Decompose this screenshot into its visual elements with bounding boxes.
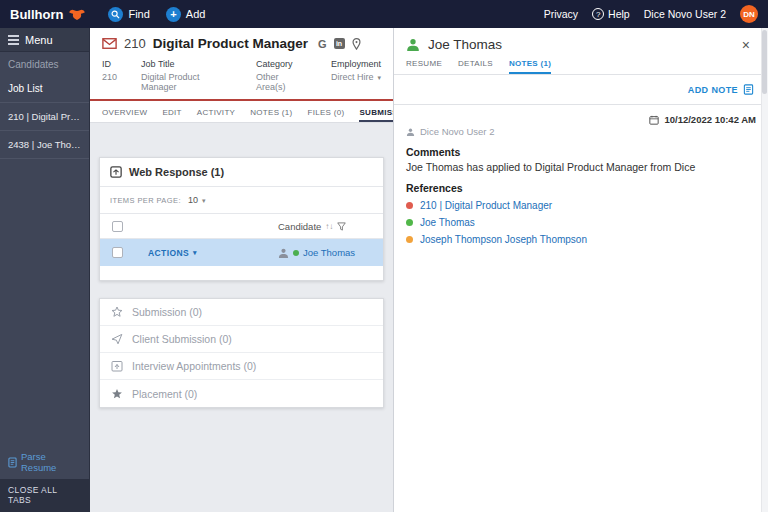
chevron-down-icon: ▾ <box>193 249 197 256</box>
avatar[interactable]: DN <box>740 5 758 23</box>
brand-wordmark: Bullhorn <box>10 7 63 22</box>
field-employment-value: Direct Hire <box>331 72 374 82</box>
user-menu[interactable]: Dice Novo User 2 <box>644 8 726 20</box>
row-checkbox[interactable] <box>112 247 123 258</box>
web-response-card: Web Response (1) ITEMS PER PAGE: 10 ▾ <box>99 157 384 281</box>
header-checkbox-cell <box>100 221 134 232</box>
contact-status-dot <box>406 236 413 243</box>
section-client-submission[interactable]: Client Submission (0) <box>100 326 383 353</box>
tab-overview[interactable]: OVERVIEW <box>102 108 147 122</box>
add-button[interactable]: + Add <box>166 7 206 22</box>
tab-person-notes[interactable]: NOTES (1) <box>509 59 551 74</box>
menu-button[interactable]: Menu <box>0 28 89 52</box>
web-response-header: Web Response (1) <box>100 158 383 187</box>
table-header-row: Candidate ↑↓ <box>100 214 383 239</box>
job-record-icon <box>102 38 117 49</box>
sidebar-open-tabs: 210 | Digital Product M... 2438 | Joe Th… <box>0 102 89 159</box>
privacy-link[interactable]: Privacy <box>544 8 578 20</box>
reference-contact-link[interactable]: Joseph Thompson Joseph Thompson <box>406 234 756 245</box>
row-candidate-cell: Joe Thomas <box>278 247 383 258</box>
candidate-link[interactable]: Joe Thomas <box>303 247 355 258</box>
section-placement[interactable]: Placement (0) <box>100 380 383 407</box>
items-per-page-select[interactable]: 10 ▾ <box>188 195 206 205</box>
field-category-label: Category <box>256 59 307 69</box>
items-per-page-label: ITEMS PER PAGE: <box>110 196 181 205</box>
job-header: 210 Digital Product Manager G in ID 210 <box>90 28 393 101</box>
field-employment-select[interactable]: Direct Hire ▾ <box>331 72 381 82</box>
row-main-cell: ACTIONS ▾ <box>134 248 278 258</box>
bullhorn-app: Bullhorn Find + Add Privacy ? Help Dice … <box>0 0 768 512</box>
linkedin-icon[interactable]: in <box>334 38 345 49</box>
field-employment: Employment Direct Hire ▾ <box>331 59 381 92</box>
section-interview-appointments[interactable]: Interview Appointments (0) <box>100 353 383 380</box>
status-dot <box>293 250 299 256</box>
sort-icon[interactable]: ↑↓ <box>325 222 333 231</box>
comments-text: Joe Thomas has applied to Digital Produc… <box>406 161 756 173</box>
location-pin-icon[interactable] <box>352 38 361 50</box>
reference-job-link[interactable]: 210 | Digital Product Manager <box>406 200 756 211</box>
tab-notes[interactable]: NOTES (1) <box>250 108 292 122</box>
candidate-icon <box>278 248 289 258</box>
candidate-status-dot <box>406 219 413 226</box>
help-button[interactable]: ? Help <box>592 8 630 20</box>
calendar-icon <box>649 115 659 125</box>
bullhorn-logo[interactable]: Bullhorn <box>10 7 86 22</box>
bullhorn-bull-icon <box>68 8 86 21</box>
sidebar-item-job-list[interactable]: Job List <box>0 76 89 100</box>
actions-menu-button[interactable]: ACTIONS ▾ <box>148 248 197 258</box>
section-placement-label: Placement (0) <box>132 388 197 400</box>
send-icon <box>111 333 123 345</box>
field-category: Category Other Area(s) <box>256 59 307 92</box>
field-job-title-label: Job Title <box>141 59 232 69</box>
table-footer-pad <box>100 266 383 280</box>
table-row[interactable]: ACTIONS ▾ Joe Thomas <box>100 239 383 266</box>
scrollbar[interactable] <box>761 28 768 512</box>
note-doc-icon <box>743 84 754 95</box>
section-submission-label: Submission (0) <box>132 306 202 318</box>
field-employment-label: Employment <box>331 59 381 69</box>
google-search-icon[interactable]: G <box>318 38 327 50</box>
person-header: Joe Thomas × <box>394 28 768 59</box>
parse-resume-label: Parse Resume <box>21 451 81 473</box>
sidebar-spacer <box>0 159 89 445</box>
close-icon[interactable]: × <box>736 38 756 52</box>
note-author: Dice Novo User 2 <box>420 126 494 137</box>
author-person-icon <box>406 128 415 136</box>
tab-details[interactable]: DETAILS <box>458 59 493 74</box>
section-submission[interactable]: Submission (0) <box>100 299 383 326</box>
select-all-checkbox[interactable] <box>112 221 123 232</box>
reference-candidate-label: Joe Thomas <box>420 217 475 228</box>
candidate-column-header[interactable]: Candidate ↑↓ <box>278 221 383 232</box>
section-client-submission-label: Client Submission (0) <box>132 333 232 345</box>
sidebar-tab-candidate-2438[interactable]: 2438 | Joe Thomas <box>0 131 89 159</box>
find-button[interactable]: Find <box>108 7 149 22</box>
parse-resume-icon <box>8 457 17 468</box>
app-body: Menu Candidates Job List 210 | Digital P… <box>0 28 768 512</box>
add-label: Add <box>186 8 206 20</box>
sidebar-tab-job-210[interactable]: 210 | Digital Product M... <box>0 103 89 131</box>
star-filled-icon <box>111 388 123 400</box>
submissions-content: Web Response (1) ITEMS PER PAGE: 10 ▾ <box>90 123 393 512</box>
sidebar: Menu Candidates Job List 210 | Digital P… <box>0 28 90 512</box>
person-tabs: RESUME DETAILS NOTES (1) <box>394 59 768 75</box>
add-note-label: ADD NOTE <box>688 85 738 95</box>
reference-candidate-link[interactable]: Joe Thomas <box>406 217 756 228</box>
plus-icon: + <box>166 7 181 22</box>
tab-resume[interactable]: RESUME <box>406 59 442 74</box>
actions-label: ACTIONS <box>148 248 189 258</box>
add-note-button[interactable]: ADD NOTE <box>688 84 754 95</box>
topbar-right: Privacy ? Help Dice Novo User 2 DN <box>544 5 758 23</box>
tab-files[interactable]: FILES (0) <box>307 108 344 122</box>
tab-edit[interactable]: EDIT <box>162 108 181 122</box>
note-author-row: Dice Novo User 2 <box>406 126 756 137</box>
parse-resume-button[interactable]: Parse Resume <box>0 445 89 479</box>
job-status-dot <box>406 202 413 209</box>
find-label: Find <box>128 8 149 20</box>
filter-funnel-icon[interactable] <box>337 222 346 231</box>
sidebar-item-candidates[interactable]: Candidates <box>0 52 89 76</box>
close-all-tabs-button[interactable]: CLOSE ALL TABS <box>0 479 89 512</box>
menu-label: Menu <box>25 34 53 46</box>
tab-activity[interactable]: ACTIVITY <box>197 108 235 122</box>
scrollbar-thumb[interactable] <box>762 30 767 94</box>
references-label: References <box>406 182 756 194</box>
